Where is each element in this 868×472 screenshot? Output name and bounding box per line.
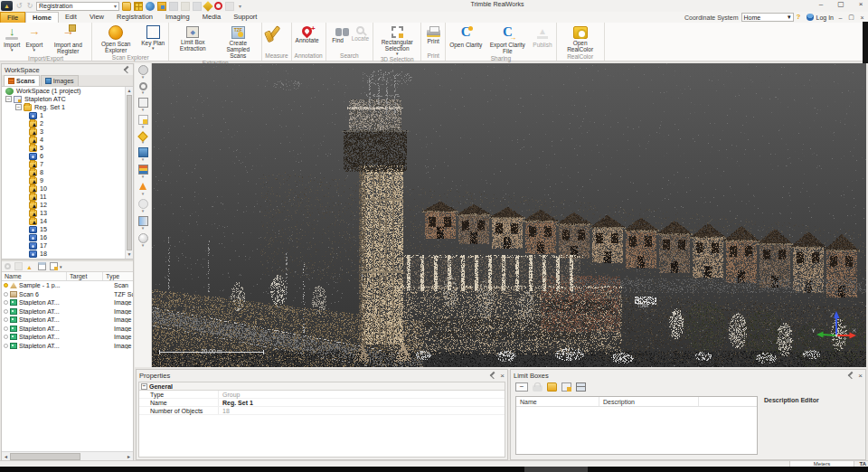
visibility-bulb-icon[interactable] xyxy=(4,317,8,322)
ribbon-button[interactable]: Import and Register ▾ xyxy=(45,24,90,54)
menu-tab[interactable]: Support xyxy=(227,12,263,23)
pin-icon[interactable] xyxy=(848,372,855,379)
visibility-bulb-icon[interactable] xyxy=(4,309,8,314)
doc-minimize-icon[interactable]: – xyxy=(836,14,844,21)
view-toolbar-button[interactable]: ▾ xyxy=(138,115,148,129)
column-header-type[interactable]: Type xyxy=(103,272,133,280)
pin-icon[interactable] xyxy=(124,66,131,73)
quick-access-icon[interactable] xyxy=(214,2,222,10)
ribbon-button[interactable]: Publish ▾ xyxy=(530,24,554,48)
tree-item[interactable]: 11 xyxy=(2,193,133,201)
visibility-bulb-icon[interactable] xyxy=(4,283,8,288)
scroll-down-icon[interactable]: ▼ xyxy=(126,250,133,259)
list-toolbar-icon[interactable] xyxy=(50,262,58,270)
scroll-right-icon[interactable]: ► xyxy=(125,454,133,459)
ribbon-button[interactable]: Export Clarity File ▾ xyxy=(485,24,530,54)
close-icon[interactable] xyxy=(855,0,866,8)
ribbon-button[interactable]: Export ▾ xyxy=(23,24,45,52)
ribbon-button[interactable]: Limit Box Extraction ▾ xyxy=(170,24,215,52)
undo-icon[interactable]: ↺ xyxy=(14,2,24,10)
close-icon[interactable] xyxy=(500,372,505,380)
property-row[interactable]: Type Group xyxy=(139,391,505,399)
doc-close-icon[interactable]: × xyxy=(858,14,866,21)
menu-tab[interactable]: File xyxy=(0,12,25,23)
ribbon-button[interactable]: Open Clarity ▾ xyxy=(447,24,485,48)
doc-restore-icon[interactable]: ▢ xyxy=(847,14,855,21)
ribbon-button[interactable]: Rectangular Selection ▾ xyxy=(374,24,420,55)
redo-icon[interactable]: ↻ xyxy=(25,2,34,10)
tree-item[interactable]: 17 xyxy=(2,241,133,250)
ribbon-button[interactable]: ▾ xyxy=(263,24,285,41)
limit-boxes-toolbar-icon[interactable] xyxy=(533,385,542,392)
ribbon-button[interactable]: Key Plan ▾ xyxy=(138,24,167,50)
tree-item[interactable]: 14 xyxy=(2,217,133,225)
view-toolbar-button[interactable]: ▾ xyxy=(138,216,148,231)
quick-access-icon[interactable] xyxy=(157,2,166,11)
column-header-name[interactable]: Name xyxy=(516,397,599,406)
quick-access-icon[interactable] xyxy=(122,2,131,11)
workspace-tab[interactable]: Images xyxy=(41,75,79,86)
menu-tab[interactable]: Imaging xyxy=(159,12,196,23)
help-icon[interactable] xyxy=(797,14,804,21)
list-toolbar-icon[interactable] xyxy=(26,262,34,270)
chevron-down-icon[interactable]: ▾ xyxy=(60,264,62,269)
quick-access-icon[interactable] xyxy=(146,2,155,11)
visibility-bulb-icon[interactable] xyxy=(4,292,8,297)
view-toolbar-button[interactable]: ▾ xyxy=(138,65,148,80)
tree-item[interactable]: 8 xyxy=(2,168,133,176)
property-row[interactable]: Name Reg. Set 1 xyxy=(139,399,505,407)
point-cloud-canvas[interactable] xyxy=(152,63,866,367)
tree-item[interactable]: 9 xyxy=(2,176,133,184)
list-toolbar-icon[interactable] xyxy=(5,263,11,269)
collapse-icon[interactable] xyxy=(141,383,147,390)
quick-access-icon[interactable] xyxy=(181,2,190,11)
quick-access-icon[interactable] xyxy=(193,2,202,11)
limit-boxes-toolbar-icon[interactable] xyxy=(515,382,528,392)
quick-access-icon[interactable] xyxy=(134,2,143,11)
tree-item[interactable]: 16 xyxy=(2,233,133,241)
ribbon-button[interactable]: Open RealColor ▾ xyxy=(558,24,603,52)
properties-section-row[interactable]: General xyxy=(139,382,505,391)
tree-item[interactable]: 7 xyxy=(2,160,133,168)
list-item[interactable]: Scan 6 TZF Scan xyxy=(2,290,133,299)
view-toolbar-button[interactable]: ▾ xyxy=(138,182,148,196)
tree-item[interactable]: 13 xyxy=(2,209,133,217)
scroll-left-icon[interactable]: ◄ xyxy=(2,454,10,459)
menu-tab[interactable]: Home xyxy=(25,12,59,23)
ribbon-button[interactable]: Create Sampled Scans ▾ xyxy=(215,24,260,59)
tree-scrollbar[interactable]: ▲ ▼ xyxy=(125,87,133,259)
tree-expander-icon[interactable] xyxy=(15,104,22,110)
tree-item[interactable]: 10 xyxy=(2,184,133,193)
list-item[interactable]: Stapleton AT... Image - M... xyxy=(2,316,133,325)
close-icon[interactable] xyxy=(858,372,863,380)
tree-item[interactable]: 2 xyxy=(2,119,133,127)
maximize-icon[interactable] xyxy=(835,0,846,8)
limit-boxes-toolbar-icon[interactable] xyxy=(576,382,586,392)
ribbon-button[interactable]: Locate ▾ xyxy=(349,24,373,42)
tree-item[interactable]: 3 xyxy=(2,127,133,136)
tree-item[interactable]: Reg. Set 1 xyxy=(2,103,133,111)
quick-access-icon[interactable] xyxy=(225,2,234,11)
3d-viewport[interactable]: 20.00 m Z Y X xyxy=(152,63,866,367)
list-item[interactable]: Stapleton AT... Image - M... xyxy=(2,342,133,351)
tree-item[interactable]: 12 xyxy=(2,201,133,209)
view-toolbar-button[interactable]: ▾ xyxy=(138,98,148,112)
view-toolbar-button[interactable]: ▾ xyxy=(138,165,148,179)
workflow-select[interactable]: Registration ▾ xyxy=(36,2,119,11)
scroll-thumb[interactable] xyxy=(127,95,132,250)
list-item[interactable]: Stapleton AT... Image - M... xyxy=(2,325,133,334)
quick-access-icon[interactable] xyxy=(203,1,212,11)
property-row[interactable]: Number of Objects 18 xyxy=(139,407,505,415)
quick-access-icon[interactable] xyxy=(237,2,246,11)
tree-expander-icon[interactable] xyxy=(5,96,12,102)
menu-tab[interactable]: Registration xyxy=(110,12,159,23)
scroll-thumb[interactable] xyxy=(10,453,80,460)
list-item[interactable]: Stapleton AT... Image - M... xyxy=(2,307,133,316)
visibility-bulb-icon[interactable] xyxy=(4,326,8,331)
tree-item[interactable]: WorkSpace (1 project) xyxy=(2,87,133,95)
workspace-tab[interactable]: Scans xyxy=(4,75,40,86)
menu-tab[interactable]: Edit xyxy=(59,12,83,23)
login-button[interactable]: Log In xyxy=(816,14,834,21)
view-toolbar-button[interactable]: ▾ xyxy=(138,199,148,213)
ribbon-button[interactable]: Import ▾ xyxy=(1,24,23,52)
